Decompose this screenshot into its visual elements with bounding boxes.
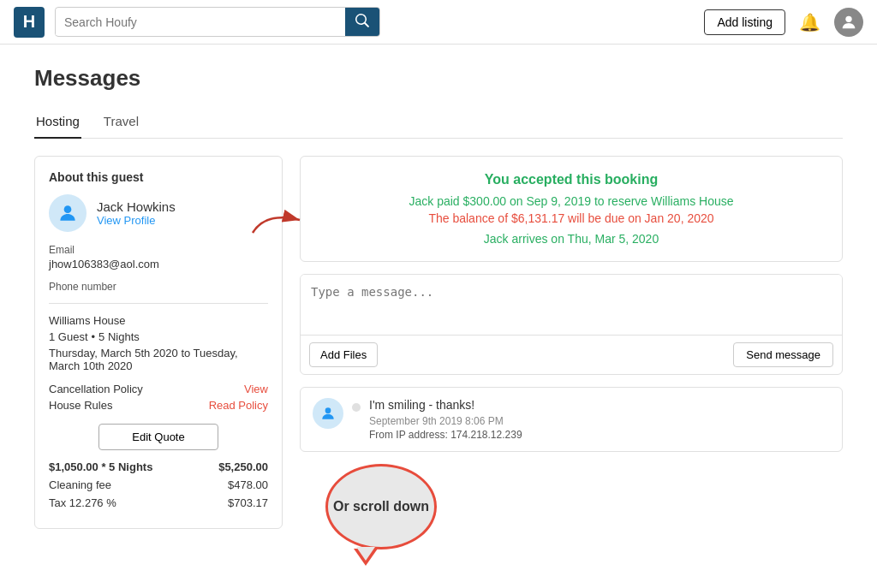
guests-nights: 1 Guest•5 Nights	[49, 330, 268, 343]
tax-row: Tax 12.276 % $703.17	[49, 496, 268, 509]
phone-section: Phone number	[49, 281, 268, 293]
tax-value: $703.17	[228, 496, 268, 509]
cancellation-label: Cancellation Policy	[49, 383, 143, 395]
message-content: I'm smiling - thanks! September 9th 2019…	[369, 398, 830, 441]
annotation-wrapper: You accepted this booking Jack paid $300…	[300, 156, 843, 262]
message-ip: From IP address: 174.218.12.239	[369, 429, 830, 441]
nav-right: Add listing 🔔	[704, 8, 863, 37]
main-layout: About this guest Jack Howkins View Profi…	[34, 156, 843, 549]
email-value: jhow106383@aol.com	[49, 258, 268, 270]
cleaning-fee-row: Cleaning fee $478.00	[49, 478, 268, 491]
message-sender-avatar	[313, 398, 343, 429]
scroll-down-text: Or scroll down	[333, 498, 429, 514]
email-label: Email	[49, 244, 268, 256]
about-title: About this guest	[49, 170, 268, 184]
scroll-bubble-container: Or scroll down	[300, 464, 843, 549]
guest-avatar-icon	[49, 194, 87, 232]
search-input[interactable]	[56, 9, 345, 35]
add-files-button[interactable]: Add Files	[309, 342, 378, 367]
add-listing-button[interactable]: Add listing	[704, 9, 785, 35]
message-compose-box: Add Files Send message	[300, 274, 843, 375]
accepted-title: You accepted this booking	[318, 172, 825, 187]
view-profile-link[interactable]: View Profile	[97, 214, 176, 227]
paid-line: Jack paid $300.00 on Sep 9, 2019 to rese…	[318, 194, 825, 208]
balance-line: The balance of $6,131.17 will be due on …	[318, 211, 825, 225]
booking-details: Williams House 1 Guest•5 Nights Thursday…	[49, 314, 268, 372]
right-panel: You accepted this booking Jack paid $300…	[300, 156, 843, 549]
page-content: Messages Hosting Travel About this guest…	[0, 45, 877, 570]
svg-point-0	[845, 15, 851, 21]
search-bar	[55, 7, 380, 37]
tab-hosting[interactable]: Hosting	[34, 107, 81, 139]
tab-travel[interactable]: Travel	[102, 107, 140, 139]
price-subtotal-row: $1,050.00 * 5 Nights $5,250.00	[49, 460, 268, 473]
edit-quote-button[interactable]: Edit Quote	[98, 424, 218, 450]
message-actions: Add Files Send message	[301, 335, 842, 374]
send-message-button[interactable]: Send message	[733, 342, 833, 367]
booking-dates: Thursday, March 5th 2020 to Tuesday, Mar…	[49, 347, 268, 372]
divider-1	[49, 303, 268, 304]
tax-label: Tax 12.276 %	[49, 496, 116, 509]
price-subtotal-value: $5,250.00	[218, 460, 268, 473]
property-name: Williams House	[49, 314, 268, 327]
house-rules-link[interactable]: Read Policy	[209, 399, 268, 412]
booking-accepted-box: You accepted this booking Jack paid $300…	[300, 156, 843, 262]
message-text: I'm smiling - thanks!	[369, 398, 830, 412]
message-textarea[interactable]	[301, 275, 842, 335]
guest-info: Jack Howkins View Profile	[49, 194, 268, 232]
cleaning-fee-value: $478.00	[228, 478, 268, 491]
scroll-down-bubble: Or scroll down	[325, 464, 437, 549]
page-title: Messages	[34, 65, 843, 92]
house-rules-label: House Rules	[49, 399, 112, 412]
house-rules-row: House Rules Read Policy	[49, 399, 268, 412]
price-per-night-label: $1,050.00 * 5 Nights	[49, 460, 152, 473]
tabs: Hosting Travel	[34, 107, 843, 139]
guest-name: Jack Howkins	[97, 199, 176, 214]
navbar: H Add listing 🔔	[0, 0, 877, 45]
email-section: Email jhow106383@aol.com	[49, 244, 268, 270]
svg-point-1	[64, 205, 72, 213]
svg-point-3	[325, 407, 331, 413]
cancellation-view-link[interactable]: View	[244, 383, 268, 395]
left-panel: About this guest Jack Howkins View Profi…	[34, 156, 283, 529]
bell-icon[interactable]: 🔔	[799, 12, 820, 33]
avatar[interactable]	[834, 8, 863, 37]
message-read-indicator	[352, 403, 361, 412]
cancellation-policy-row: Cancellation Policy View	[49, 383, 268, 395]
cleaning-fee-label: Cleaning fee	[49, 478, 111, 491]
message-item: I'm smiling - thanks! September 9th 2019…	[300, 387, 843, 452]
phone-label: Phone number	[49, 281, 268, 293]
search-button[interactable]	[345, 8, 379, 36]
logo: H	[14, 7, 45, 38]
arrives-line: Jack arrives on Thu, Mar 5, 2020	[318, 232, 825, 246]
message-timestamp: September 9th 2019 8:06 PM	[369, 415, 830, 427]
